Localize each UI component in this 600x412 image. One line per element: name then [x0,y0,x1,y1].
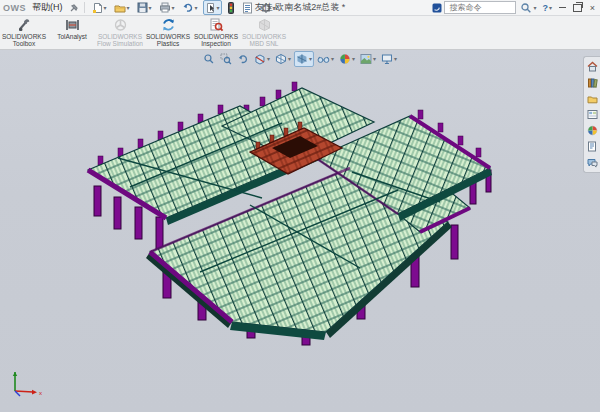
hide-show-items-button[interactable]: ▾ [315,51,336,67]
help-glyph: ? [542,3,548,13]
addin-mbd-snl[interactable]: SOLIDWORKS MBD SNL [240,17,288,49]
tab-appearances-scenes[interactable] [586,124,599,137]
select-cursor-icon [205,2,216,14]
display-style-button[interactable]: ▾ [294,51,314,67]
dropdown-caret[interactable]: ▾ [195,5,198,11]
pin-icon[interactable] [69,3,79,13]
tab-view-palette[interactable] [586,108,599,121]
addin-solidworks-toolbox[interactable]: SOLIDWORKS Toolbox [0,17,48,49]
dropdown-caret[interactable]: ▾ [309,56,312,62]
menu-help[interactable]: 帮助(H) [29,1,66,14]
new-document-button[interactable]: ▾ [90,0,109,15]
flow-simulation-icon [113,18,128,32]
toolbar-separator [84,2,85,13]
undo-button[interactable]: ▾ [180,0,200,15]
help-button[interactable]: ? ▾ [540,0,554,15]
inspection-icon [209,18,224,32]
tab-solidworks-resources[interactable] [586,60,599,73]
document-title: 友佳.欧南名城2#总装 * [255,0,346,15]
custom-properties-icon [587,141,597,152]
zoom-to-area-button[interactable] [218,51,234,67]
dropdown-caret[interactable]: ▾ [172,5,175,11]
minimize-icon [559,7,566,8]
search-box[interactable] [444,1,516,14]
toolbox-icon [17,18,32,32]
dropdown-caret[interactable]: ▾ [104,5,107,11]
addin-plastics[interactable]: SOLIDWORKS Plastics [144,17,192,49]
tab-custom-properties[interactable] [586,140,599,153]
model-canvas[interactable]: x [0,48,600,412]
scene-icon [360,53,372,65]
dropdown-caret[interactable]: ▾ [394,56,397,62]
tolanalyst-icon [65,18,80,32]
view-orientation-icon [275,53,287,65]
open-folder-icon [114,2,126,14]
dropdown-caret[interactable]: ▾ [352,56,355,62]
tab-file-explorer[interactable] [586,92,599,105]
dropdown-caret[interactable]: ▾ [149,5,152,11]
tab-solidworks-forum[interactable] [586,156,599,169]
home-icon [587,61,598,72]
dropdown-caret[interactable]: ▾ [533,5,536,11]
close-button[interactable]: × [586,2,599,14]
folder-icon [587,94,598,104]
books-icon [587,77,598,88]
search-icon [520,2,532,14]
addin-label: SOLIDWORKS Plastics [145,33,191,47]
view-orientation-button[interactable]: ▾ [273,51,293,67]
title-bar: OWS 帮助(H) ▾ ▾ ▾ ▾ ▾ [0,0,600,16]
file-properties-button[interactable] [240,0,255,15]
dropdown-caret[interactable]: ▾ [373,56,376,62]
addin-tolanalyst[interactable]: TolAnalyst [48,17,96,49]
open-button[interactable]: ▾ [112,0,132,15]
addin-inspection[interactable]: SOLIDWORKS Inspection [192,17,240,49]
solidworks-window: OWS 帮助(H) ▾ ▾ ▾ ▾ ▾ [0,0,600,412]
addin-label: SOLIDWORKS Toolbox [1,33,47,47]
minimize-button[interactable] [556,2,569,14]
save-icon [137,2,148,13]
mbd-snl-icon [257,18,272,32]
search-input[interactable] [447,2,513,13]
file-properties-icon [242,2,253,14]
select-button[interactable]: ▾ [203,0,222,15]
dropdown-caret[interactable]: ▾ [549,5,552,11]
traffic-light-icon [227,2,235,14]
heads-up-view-toolbar: ▾ ▾ ▾ ▾ ▾ ▾ ▾ [201,51,399,67]
addin-label: SOLIDWORKS MBD SNL [241,33,287,47]
dropdown-caret[interactable]: ▾ [331,56,334,62]
addin-flow-simulation[interactable]: SOLIDWORKS Flow Simulation [96,17,144,49]
save-button[interactable]: ▾ [135,0,154,15]
forum-chat-icon [587,158,598,168]
rebuild-button[interactable] [225,0,237,15]
view-settings-button[interactable]: ▾ [379,51,399,67]
titlebar-left-group: OWS 帮助(H) ▾ ▾ ▾ ▾ ▾ [0,0,278,15]
view-palette-icon [587,109,598,120]
view-settings-icon [381,53,393,65]
new-document-icon [92,2,103,14]
dropdown-caret[interactable]: ▾ [288,56,291,62]
glasses-icon [317,53,330,65]
addin-label: SOLIDWORKS Inspection [193,33,239,47]
plastics-icon [161,18,176,32]
zoom-to-fit-button[interactable] [201,51,217,67]
dropdown-caret[interactable]: ▾ [217,5,220,11]
tab-design-library[interactable] [586,76,599,89]
apply-scene-button[interactable]: ▾ [358,51,378,67]
display-style-icon [296,53,308,65]
appearance-ball-icon [339,53,351,65]
dropdown-caret[interactable]: ▾ [127,5,130,11]
formwork-model[interactable] [88,82,492,345]
undo-icon [182,2,194,13]
previous-view-button[interactable] [235,51,251,67]
edit-appearance-button[interactable]: ▾ [337,51,357,67]
addin-label: TolAnalyst [57,33,87,40]
restore-button[interactable] [571,2,584,14]
solidworks-logo-fragment: OWS [3,3,26,13]
command-manager-ribbon: SOLIDWORKS Toolbox TolAnalyst SOLIDWORKS… [0,16,600,50]
zoom-to-fit-icon [203,53,215,65]
dropdown-caret[interactable]: ▾ [267,56,270,62]
search-button[interactable]: ▾ [518,0,538,15]
graphics-viewport[interactable]: x ▾ ▾ ▾ [0,48,600,412]
print-button[interactable]: ▾ [157,0,177,15]
section-view-button[interactable]: ▾ [252,51,272,67]
